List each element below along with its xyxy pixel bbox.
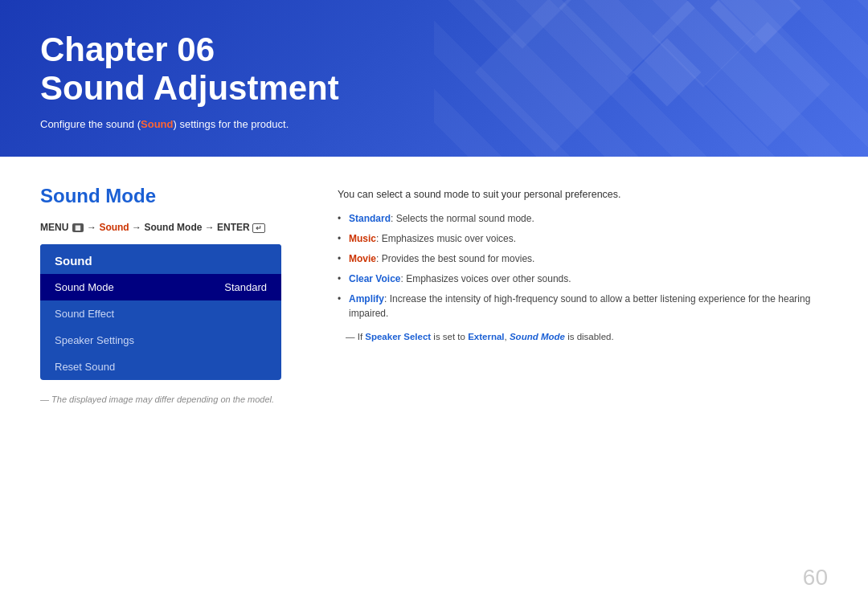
bullet-standard: Standard: Selects the normal sound mode. — [338, 211, 828, 226]
menu-item-speaker-settings-label: Speaker Settings — [55, 334, 134, 346]
arrow3: → ENTER — [205, 222, 252, 233]
note-text: ― If Speaker Select is set to External, … — [338, 332, 828, 341]
header-banner: Chapter 06 Sound Adjustment Configure th… — [0, 0, 868, 157]
menu-item-sound-effect-label: Sound Effect — [55, 308, 114, 320]
bullet-standard-text: : Selects the normal sound mode. — [391, 213, 534, 224]
menu-item-sound-mode-label: Sound Mode — [55, 281, 114, 293]
external-link: External — [468, 332, 504, 341]
page-number: 60 — [803, 565, 828, 591]
bullet-amplify-label: Amplify — [349, 293, 384, 304]
bullet-clear-voice: Clear Voice: Emphasizes voices over othe… — [338, 272, 828, 286]
menu-item-speaker-settings[interactable]: Speaker Settings — [40, 327, 281, 353]
bullet-movie-text: : Provides the best sound for movies. — [376, 253, 534, 264]
sound-mode-link: Sound Mode — [510, 332, 565, 341]
menu-path: MENU ▦ → Sound → Sound Mode → ENTER ↵ — [40, 222, 305, 233]
bullet-list: Standard: Selects the normal sound mode.… — [338, 211, 828, 321]
menu-item-sound-mode-value: Standard — [224, 281, 267, 293]
bullet-music-text: : Emphasizes music over voices. — [376, 233, 516, 244]
bullet-amplify-text: : Increase the intensity of high-frequen… — [349, 293, 810, 319]
right-column: You can select a sound mode to suit your… — [338, 185, 828, 404]
bullet-music-label: Music — [349, 233, 376, 244]
menu-sound-link: Sound — [99, 222, 129, 233]
bullet-movie: Movie: Provides the best sound for movie… — [338, 251, 828, 266]
tv-menu-box: Sound Sound Mode Standard Sound Effect S… — [40, 244, 281, 380]
menu-item-sound-mode[interactable]: Sound Mode Standard — [40, 274, 281, 300]
menu-mode-link: Sound Mode — [144, 222, 202, 233]
menu-item-sound-effect[interactable]: Sound Effect — [40, 300, 281, 327]
enter-icon: ↵ — [252, 223, 265, 233]
chapter-heading: Chapter 06 Sound Adjustment — [40, 31, 828, 108]
arrow2: → — [132, 222, 144, 233]
bullet-clear-voice-text: : Emphasizes voices over other sounds. — [400, 273, 571, 284]
bullet-music: Music: Emphasizes music over voices. — [338, 231, 828, 246]
chapter-subtitle: Configure the sound (Sound) settings for… — [40, 118, 828, 130]
speaker-select-link: Speaker Select — [365, 332, 431, 341]
bullet-amplify: Amplify: Increase the intensity of high-… — [338, 292, 828, 321]
disclaimer-text: The displayed image may differ depending… — [40, 394, 305, 404]
bullet-clear-voice-label: Clear Voice — [349, 273, 400, 284]
arrow1: → — [87, 222, 99, 233]
section-title: Sound Mode — [40, 185, 305, 207]
tv-menu-header: Sound — [40, 244, 281, 274]
bullet-movie-label: Movie — [349, 253, 376, 264]
main-content: Sound Mode MENU ▦ → Sound → Sound Mode →… — [0, 157, 868, 428]
menu-label: MENU — [40, 222, 68, 233]
menu-grid-icon: ▦ — [72, 223, 84, 232]
left-column: Sound Mode MENU ▦ → Sound → Sound Mode →… — [40, 185, 305, 404]
menu-item-reset-sound-label: Reset Sound — [55, 361, 115, 373]
menu-item-reset-sound[interactable]: Reset Sound — [40, 353, 281, 380]
bullet-standard-label: Standard — [349, 213, 391, 224]
intro-text: You can select a sound mode to suit your… — [338, 189, 828, 200]
